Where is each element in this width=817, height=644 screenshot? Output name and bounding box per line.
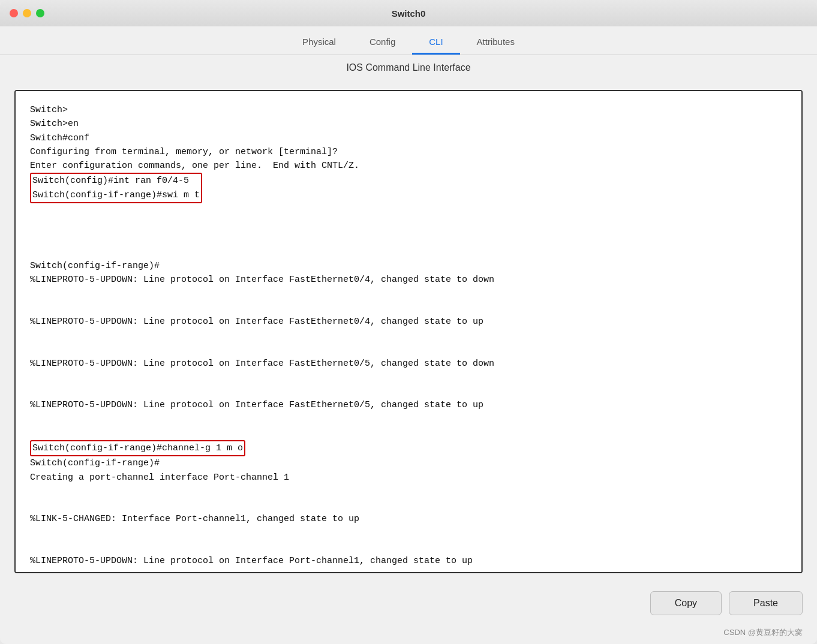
- terminal-line: %LINK-5-CHANGED: Interface Port-channel1…: [30, 512, 787, 526]
- terminal-line: Switch#conf: [30, 131, 787, 145]
- terminal-line: %LINEPROTO-5-UPDOWN: Line protocol on In…: [30, 315, 787, 329]
- terminal-line: %LINEPROTO-5-UPDOWN: Line protocol on In…: [30, 273, 787, 287]
- close-button[interactable]: [10, 9, 18, 17]
- watermark: CSDN @黄豆籽的大窝: [0, 624, 817, 644]
- terminal-line: Switch(config-if-range)#: [30, 259, 787, 273]
- terminal-line: Configuring from terminal, memory, or ne…: [30, 145, 787, 159]
- tabs-bar: Physical Config CLI Attributes: [0, 26, 817, 55]
- maximize-button[interactable]: [36, 9, 44, 17]
- terminal[interactable]: Switch>Switch>enSwitch#confConfiguring f…: [14, 90, 803, 573]
- terminal-line: %LINEPROTO-5-UPDOWN: Line protocol on In…: [30, 357, 787, 371]
- window-controls: [10, 9, 44, 17]
- title-bar: Switch0: [0, 0, 817, 26]
- terminal-line: Switch>: [30, 103, 787, 117]
- terminal-line: %LINEPROTO-5-UPDOWN: Line protocol on In…: [30, 398, 787, 412]
- terminal-line: Switch(config-if-range)#: [30, 456, 787, 470]
- tab-physical[interactable]: Physical: [286, 31, 353, 55]
- tab-attributes[interactable]: Attributes: [460, 31, 531, 55]
- terminal-line: Creating a port-channel interface Port-c…: [30, 471, 787, 484]
- tab-cli[interactable]: CLI: [412, 31, 459, 55]
- tab-config[interactable]: Config: [353, 31, 412, 55]
- terminal-line: Switch>en: [30, 117, 787, 131]
- minimize-button[interactable]: [23, 9, 31, 17]
- terminal-line: %LINEPROTO-5-UPDOWN: Line protocol on In…: [30, 554, 787, 568]
- terminal-line: Enter configuration commands, one per li…: [30, 159, 787, 173]
- copy-button[interactable]: Copy: [650, 591, 722, 615]
- main-window: Switch0 Physical Config CLI Attributes I…: [0, 0, 817, 644]
- terminal-line-highlighted2: Switch(config-if-range)#channel-g 1 m o: [30, 440, 787, 456]
- paste-button[interactable]: Paste: [729, 591, 803, 615]
- cli-area: Switch>Switch>enSwitch#confConfiguring f…: [0, 80, 817, 583]
- terminal-line-highlighted1: Switch(config)#int ran f0/4-5 Switch(con…: [30, 173, 787, 203]
- bottom-bar: Copy Paste: [0, 583, 817, 624]
- section-title: IOS Command Line Interface: [0, 55, 817, 80]
- window-title: Switch0: [392, 8, 426, 19]
